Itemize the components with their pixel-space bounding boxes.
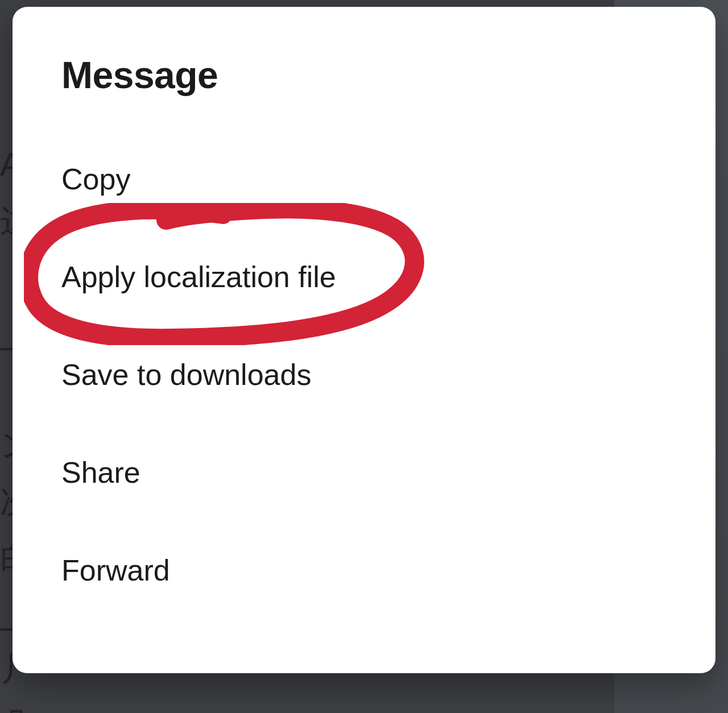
dialog-title: Message [61, 53, 667, 97]
menu-item-forward[interactable]: Forward [61, 553, 667, 587]
menu-item-apply-localization-file[interactable]: Apply localization file [61, 260, 667, 294]
menu-item-save-to-downloads[interactable]: Save to downloads [61, 358, 667, 392]
message-context-menu: Message Copy Apply localization file Sav… [13, 7, 715, 673]
menu-item-copy[interactable]: Copy [61, 162, 667, 196]
menu-item-share[interactable]: Share [61, 455, 667, 490]
